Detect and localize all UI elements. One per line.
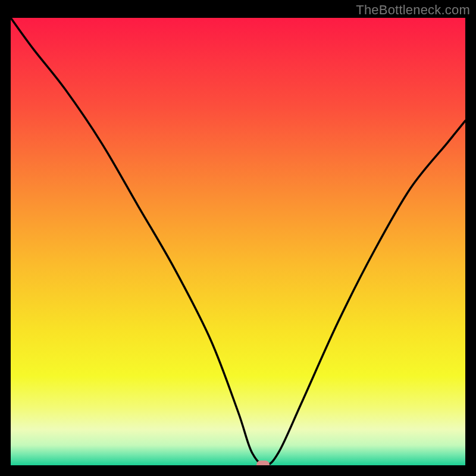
gradient-background bbox=[11, 18, 465, 465]
plot-area bbox=[11, 18, 465, 465]
watermark-text: TheBottleneck.com bbox=[356, 2, 470, 18]
optimal-marker bbox=[256, 461, 270, 465]
chart-frame: TheBottleneck.com bbox=[0, 0, 476, 476]
plot-svg bbox=[11, 18, 465, 465]
